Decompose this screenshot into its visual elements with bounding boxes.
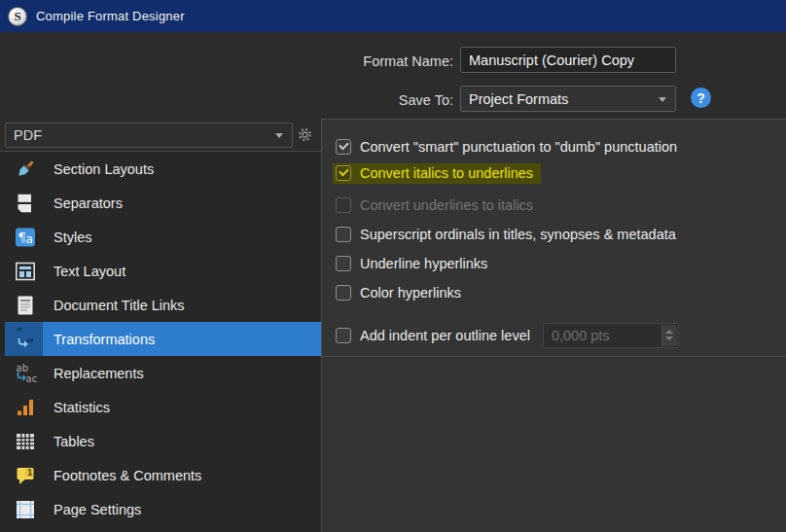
- svg-text:”: ”: [26, 336, 35, 351]
- smart-punctuation-checkbox[interactable]: [336, 139, 351, 155]
- sidebar-item-label: Section Layouts: [54, 161, 154, 177]
- format-name-value: Manuscript (Courier) Copy: [469, 53, 634, 68]
- add-indent-checkbox[interactable]: [336, 328, 351, 343]
- bar-chart-icon: [14, 396, 37, 419]
- section-divider: [322, 356, 786, 357]
- color-hyperlinks-checkbox[interactable]: [336, 285, 351, 301]
- titlebar: S Compile Format Designer: [0, 0, 786, 32]
- checkbox-row-italics-to-underlines: Convert italics to underlines: [333, 163, 541, 184]
- document-lines-icon: [14, 294, 37, 317]
- sidebar-item-label: Tables: [54, 434, 94, 449]
- table-grid-icon: [14, 430, 37, 453]
- sidebar-item-label: Replacements: [54, 366, 144, 381]
- compile-format-designer-window: S Compile Format Designer Format Name: M…: [0, 0, 786, 532]
- checkbox-label[interactable]: Color hyperlinks: [360, 285, 461, 301]
- checkbox-row-underline-hyperlinks: Underline hyperlinks: [336, 253, 487, 273]
- sidebar-item-label: Text Layout: [54, 264, 125, 279]
- chevron-down-icon: [275, 133, 283, 138]
- spin-down-icon: [665, 337, 673, 340]
- comment-bubble-icon: 1: [14, 464, 37, 487]
- checkbox-row-add-indent: Add indent per outline level 0,000 pts: [336, 325, 679, 345]
- window-title: Compile Format Designer: [36, 9, 185, 23]
- format-name-label: Format Name:: [0, 53, 453, 69]
- pilcrow-style-icon: ¶ a: [14, 226, 37, 249]
- gear-icon[interactable]: [297, 126, 313, 147]
- sidebar-item-replacements[interactable]: ab ac Replacements: [5, 356, 321, 390]
- sidebar-item-label: Separators: [54, 195, 123, 211]
- checkbox-label: Convert underlines to italics: [360, 197, 533, 213]
- sidebar-item-styles[interactable]: ¶ a Styles: [5, 220, 321, 254]
- sidebar-item-label: Document Title Links: [54, 298, 185, 313]
- sidebar-item-label: Footnotes & Comments: [54, 468, 201, 483]
- format-name-input[interactable]: Manuscript (Courier) Copy: [460, 47, 676, 73]
- italics-to-underlines-checkbox[interactable]: [336, 165, 351, 181]
- sidebar: Section Layouts Separators ¶ a Styles: [0, 151, 321, 532]
- superscript-ordinals-checkbox[interactable]: [336, 227, 351, 242]
- save-to-value: Project Formats: [469, 91, 568, 107]
- checkbox-label[interactable]: Underline hyperlinks: [360, 256, 487, 271]
- checkbox-label[interactable]: Add indent per outline level: [360, 328, 530, 343]
- checkbox-row-smart-punctuation: Convert "smart" punctuation to "dumb" pu…: [336, 136, 677, 157]
- paintbrush-icon: [14, 158, 37, 181]
- svg-text:ab: ab: [17, 362, 28, 372]
- sidebar-item-page-settings[interactable]: Page Settings: [5, 492, 321, 526]
- sidebar-item-separators[interactable]: Separators: [5, 186, 321, 220]
- layout-grid-icon: [14, 260, 37, 283]
- transformations-panel: Convert "smart" punctuation to "dumb" pu…: [321, 119, 786, 532]
- underline-hyperlinks-checkbox[interactable]: [336, 256, 351, 271]
- sidebar-item-footnotes-comments[interactable]: 1 Footnotes & Comments: [5, 458, 321, 492]
- checkbox-label[interactable]: Convert italics to underlines: [360, 165, 533, 181]
- sidebar-item-text-layout[interactable]: Text Layout: [5, 254, 321, 288]
- app-icon-letter: S: [14, 10, 20, 22]
- checkbox-row-color-hyperlinks: Color hyperlinks: [336, 282, 461, 302]
- svg-text:a: a: [26, 231, 33, 245]
- checkbox-label[interactable]: Convert "smart" punctuation to "dumb" pu…: [360, 139, 677, 155]
- svg-text:1: 1: [27, 467, 33, 477]
- format-target-value: PDF: [14, 127, 42, 143]
- sidebar-item-document-title-links[interactable]: Document Title Links: [5, 288, 321, 322]
- page-margins-icon: [14, 498, 37, 521]
- sidebar-item-label: Transformations: [54, 332, 155, 347]
- scrivener-app-icon: S: [8, 7, 27, 26]
- format-target-select[interactable]: PDF: [5, 123, 293, 148]
- spinner-buttons: [661, 325, 677, 346]
- sidebar-item-tables[interactable]: Tables: [5, 424, 321, 458]
- sidebar-item-label: Page Settings: [54, 502, 141, 517]
- sidebar-item-transformations[interactable]: ” ” Transformations: [5, 322, 321, 356]
- save-to-select[interactable]: Project Formats: [460, 86, 676, 112]
- save-to-label: Save To:: [0, 92, 453, 108]
- checkbox-label[interactable]: Superscript ordinals in titles, synopses…: [360, 227, 676, 242]
- checkbox-row-superscript-ordinals: Superscript ordinals in titles, synopses…: [336, 224, 676, 244]
- checkbox-row-underlines-to-italics: Convert underlines to italics: [336, 195, 533, 215]
- pages-icon: [14, 192, 37, 215]
- sidebar-item-statistics[interactable]: Statistics: [5, 390, 321, 424]
- indent-value: 0,000 pts: [552, 328, 610, 343]
- sidebar-item-label: Styles: [54, 230, 92, 245]
- chevron-down-icon: [659, 97, 666, 102]
- svg-text:ac: ac: [26, 372, 38, 383]
- sidebar-item-label: Statistics: [54, 400, 110, 415]
- spin-up-icon: [665, 330, 673, 334]
- indent-spinbox: 0,000 pts: [543, 323, 679, 348]
- underlines-to-italics-checkbox: [336, 197, 351, 213]
- replace-ab-ac-icon: ab ac: [14, 362, 37, 385]
- quotes-transform-icon: ” ”: [14, 328, 37, 351]
- help-button[interactable]: ?: [691, 88, 711, 108]
- sidebar-item-section-layouts[interactable]: Section Layouts: [5, 152, 321, 186]
